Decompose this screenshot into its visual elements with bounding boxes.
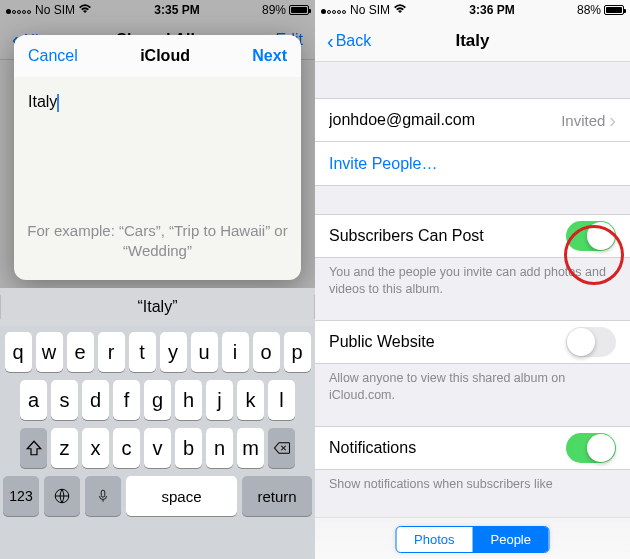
key-k[interactable]: k [237, 380, 264, 420]
signal-bars-icon [321, 3, 347, 17]
key-b[interactable]: b [175, 428, 202, 468]
backspace-key[interactable] [268, 428, 295, 468]
key-e[interactable]: e [67, 332, 94, 372]
keyboard: qwertyuiop asdfghjkl zxcvbnm 123 [0, 326, 315, 559]
key-s[interactable]: s [51, 380, 78, 420]
invitee-email: jonhdoe@gmail.com [329, 111, 555, 129]
dictation-key[interactable] [85, 476, 121, 516]
invite-people-button[interactable]: Invite People… [315, 142, 630, 186]
phone-left: No SIM 3:35 PM 89% ‹Albums Shared Albums… [0, 0, 315, 559]
subscribers-note: You and the people you invite can add ph… [315, 258, 630, 298]
chevron-right-icon: › [609, 109, 616, 132]
cancel-button[interactable]: Cancel [28, 47, 78, 65]
key-f[interactable]: f [113, 380, 140, 420]
invitee-row[interactable]: jonhdoe@gmail.com Invited › [315, 98, 630, 142]
key-r[interactable]: r [98, 332, 125, 372]
key-y[interactable]: y [160, 332, 187, 372]
svg-rect-1 [101, 490, 105, 497]
key-c[interactable]: c [113, 428, 140, 468]
carrier-label: No SIM [350, 3, 390, 17]
key-n[interactable]: n [206, 428, 233, 468]
text-cursor-icon [57, 94, 59, 112]
battery-pct: 88% [577, 3, 601, 17]
chevron-left-icon: ‹ [327, 31, 334, 51]
key-o[interactable]: o [253, 332, 280, 372]
shift-key[interactable] [20, 428, 47, 468]
key-g[interactable]: g [144, 380, 171, 420]
sheet-title: iCloud [140, 47, 190, 65]
notifications-label: Notifications [329, 439, 566, 457]
new-album-sheet: Cancel iCloud Next Italy For example: “C… [14, 35, 301, 280]
notifications-toggle[interactable] [566, 433, 616, 463]
battery-icon [604, 5, 624, 15]
back-button[interactable]: ‹Back [327, 31, 371, 51]
key-x[interactable]: x [82, 428, 109, 468]
key-z[interactable]: z [51, 428, 78, 468]
segment-photos[interactable]: Photos [396, 527, 472, 552]
subscribers-can-post-row: Subscribers Can Post [315, 214, 630, 258]
key-q[interactable]: q [5, 332, 32, 372]
return-key[interactable]: return [242, 476, 312, 516]
public-website-row: Public Website [315, 320, 630, 364]
wifi-icon [393, 3, 407, 17]
segmented-control: Photos People [395, 526, 550, 553]
key-p[interactable]: p [284, 332, 311, 372]
status-time: 3:36 PM [469, 3, 514, 17]
key-d[interactable]: d [82, 380, 109, 420]
album-name-input[interactable]: Italy [14, 77, 301, 112]
key-i[interactable]: i [222, 332, 249, 372]
key-m[interactable]: m [237, 428, 264, 468]
key-h[interactable]: h [175, 380, 202, 420]
key-w[interactable]: w [36, 332, 63, 372]
key-v[interactable]: v [144, 428, 171, 468]
public-website-toggle[interactable] [566, 327, 616, 357]
public-website-note: Allow anyone to view this shared album o… [315, 364, 630, 404]
segment-people[interactable]: People [473, 527, 549, 552]
key-l[interactable]: l [268, 380, 295, 420]
space-key[interactable]: space [126, 476, 237, 516]
key-a[interactable]: a [20, 380, 47, 420]
subscribers-label: Subscribers Can Post [329, 227, 566, 245]
nav-bar: ‹Back Italy [315, 20, 630, 62]
key-j[interactable]: j [206, 380, 233, 420]
example-hint: For example: “Cars”, “Trip to Hawaii” or… [24, 221, 291, 260]
subscribers-toggle[interactable] [566, 221, 616, 251]
globe-key[interactable] [44, 476, 80, 516]
invitee-status: Invited [561, 112, 605, 129]
notifications-row: Notifications [315, 426, 630, 470]
next-button[interactable]: Next [252, 47, 287, 65]
status-bar: No SIM 3:36 PM 88% [315, 0, 630, 20]
phone-right: No SIM 3:36 PM 88% ‹Back Italy jonhdoe@g… [315, 0, 630, 559]
key-t[interactable]: t [129, 332, 156, 372]
keyboard-suggestion-bar: “Italy” [0, 288, 315, 326]
keyboard-suggestion[interactable]: “Italy” [1, 298, 314, 316]
numbers-key[interactable]: 123 [3, 476, 39, 516]
public-website-label: Public Website [329, 333, 566, 351]
key-u[interactable]: u [191, 332, 218, 372]
notifications-note: Show notifications when subscribers like [315, 470, 630, 493]
